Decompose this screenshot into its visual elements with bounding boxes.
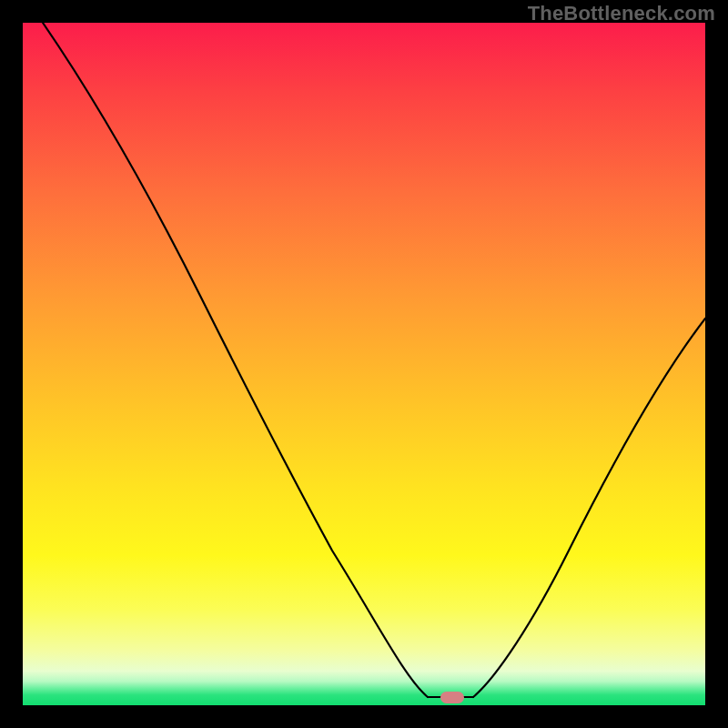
bottleneck-curve <box>23 23 705 705</box>
chart-frame: TheBottleneck.com <box>0 0 728 728</box>
watermark-text: TheBottleneck.com <box>528 2 715 25</box>
plot-area <box>23 23 705 705</box>
optimal-marker <box>440 692 464 703</box>
